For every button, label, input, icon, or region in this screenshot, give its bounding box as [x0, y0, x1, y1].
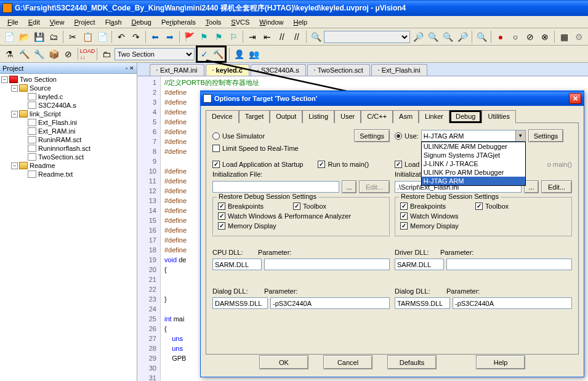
use-target-radio[interactable]: [395, 132, 402, 140]
cpu-param-input[interactable]: [264, 259, 390, 270]
breakpoint-icon[interactable]: ●: [494, 30, 507, 44]
stop-build-icon[interactable]: ⊘: [62, 47, 75, 61]
find-files-icon[interactable]: 🔍: [441, 30, 454, 44]
panel-buttons[interactable]: ▫ ✕: [126, 65, 134, 71]
bookmark-icon[interactable]: 🚩: [182, 30, 196, 44]
redo-icon[interactable]: ↷: [129, 30, 143, 44]
expander-icon[interactable]: −: [11, 111, 18, 118]
menu-project[interactable]: Project: [69, 17, 100, 27]
find-prev-icon[interactable]: 🔍: [426, 30, 440, 44]
dialog-dll-input[interactable]: [212, 297, 268, 309]
menu-help[interactable]: Help: [288, 17, 312, 27]
new-file-icon[interactable]: 📄: [2, 30, 16, 44]
use-simulator-radio[interactable]: [212, 132, 220, 140]
undo-icon[interactable]: ↶: [115, 30, 128, 44]
tree-target[interactable]: Two Section: [20, 76, 57, 83]
dialog-titlebar[interactable]: Options for Target 'Two Section' ✕: [201, 91, 584, 106]
tgt-toolbox-check[interactable]: [475, 203, 483, 210]
expander-icon[interactable]: −: [11, 162, 18, 169]
debugger-dropdown-list[interactable]: ULINK2/ME ARM Debugger Signum Systems JT…: [421, 142, 526, 186]
window-icon[interactable]: ▦: [557, 30, 571, 44]
driver-dll-input[interactable]: [395, 259, 444, 270]
comment-icon[interactable]: //: [275, 30, 289, 44]
menu-file[interactable]: File: [2, 17, 23, 27]
sim-watch-check[interactable]: [218, 212, 225, 220]
debug-icon[interactable]: 🔍: [475, 30, 488, 44]
tab-listing[interactable]: Listing: [302, 110, 334, 123]
tgt-bp-check[interactable]: [400, 203, 408, 210]
sim-init-file-input[interactable]: [212, 181, 339, 193]
tree-file[interactable]: RuninRAM.sct: [38, 136, 81, 143]
bp-kill-icon[interactable]: ⊗: [538, 30, 552, 44]
target-settings-button[interactable]: Settings: [528, 129, 564, 142]
tgt-load-app-check[interactable]: [395, 161, 402, 168]
indent-icon[interactable]: ⇥: [246, 30, 259, 44]
dd-item-selected[interactable]: H-JTAG ARM: [422, 177, 525, 185]
sim-bp-check[interactable]: [218, 203, 225, 210]
dd-item[interactable]: Signum Systems JTAGjet: [422, 151, 525, 159]
dd-item[interactable]: J-LINK / J-TRACE: [422, 159, 525, 168]
sim-settings-button[interactable]: Settings: [354, 129, 390, 142]
load-app-check[interactable]: [212, 161, 220, 168]
translate-icon[interactable]: ⚗: [2, 47, 16, 61]
sim-browse-button[interactable]: ...: [342, 180, 356, 193]
menu-debug[interactable]: Debug: [127, 17, 156, 27]
sim-mem-check[interactable]: [218, 222, 225, 230]
tab-debug[interactable]: Debug: [449, 110, 481, 123]
cut-icon[interactable]: ✂: [66, 30, 79, 44]
limit-speed-check[interactable]: [212, 145, 220, 152]
cancel-button[interactable]: Cancel: [323, 355, 373, 369]
tgt-mem-check[interactable]: [400, 222, 408, 230]
menu-window[interactable]: Window: [254, 17, 288, 27]
copy-icon[interactable]: 📋: [81, 30, 94, 44]
tgt-dialog-dll-input[interactable]: [395, 297, 450, 309]
tree-file[interactable]: Ext_RAM.ini: [38, 127, 76, 135]
paste-icon[interactable]: 📄: [95, 30, 109, 44]
menu-flash[interactable]: Flash: [100, 17, 127, 27]
save-icon[interactable]: 💾: [32, 30, 46, 44]
nav-fwd-icon[interactable]: ➡: [163, 30, 177, 44]
open-file-icon[interactable]: 📂: [17, 30, 31, 44]
menu-view[interactable]: View: [45, 17, 70, 27]
dropdown-arrow-icon[interactable]: ▼: [515, 130, 525, 141]
download-icon[interactable]: LOAD↓↓: [81, 47, 94, 61]
tree-group-source[interactable]: Source: [30, 84, 51, 92]
tree-file[interactable]: keyled.c: [38, 93, 63, 100]
dd-item[interactable]: ULINK2/ME ARM Debugger: [422, 142, 525, 151]
find-next-icon[interactable]: 🔎: [411, 30, 425, 44]
tree-file[interactable]: Runinnorflash.sct: [38, 145, 91, 152]
bookmark-prev-icon[interactable]: ⚑: [197, 30, 211, 44]
bookmark-clear-icon[interactable]: ⚐: [227, 30, 240, 44]
tab-utilities[interactable]: Utilities: [481, 110, 515, 123]
tab-asm[interactable]: Asm: [393, 110, 419, 123]
expander-icon[interactable]: −: [11, 85, 18, 92]
tgt-browse-button[interactable]: ...: [524, 180, 539, 193]
tab-device[interactable]: Device: [206, 110, 239, 123]
rebuild-icon[interactable]: 🔧: [32, 47, 46, 61]
tree-group-readme[interactable]: Readme: [30, 162, 55, 169]
tree-file[interactable]: S3C2440A.s: [38, 102, 76, 109]
target-combo[interactable]: Two Section: [115, 48, 195, 60]
tgt-edit-button[interactable]: Edit...: [541, 180, 572, 193]
bookmark-next-icon[interactable]: ⚑: [212, 30, 225, 44]
config-icon[interactable]: ⚙: [572, 30, 586, 44]
uncomment-icon[interactable]: //: [290, 30, 304, 44]
tree-group-link[interactable]: link_Script: [30, 110, 61, 118]
debugger-dropdown[interactable]: H-JTAG ARM ▼ ULINK2/ME ARM Debugger Sign…: [421, 130, 526, 142]
tab-linker[interactable]: Linker: [419, 110, 449, 123]
expander-icon[interactable]: −: [1, 76, 8, 83]
tab-user[interactable]: User: [334, 110, 361, 123]
close-button[interactable]: ✕: [569, 93, 581, 104]
tree-file[interactable]: Readme.txt: [38, 170, 73, 178]
tgt-dialog-param-input[interactable]: [453, 297, 572, 309]
menu-peripherals[interactable]: Peripherals: [156, 17, 201, 27]
tree-file[interactable]: TwoSection.sct: [38, 153, 84, 161]
tgt-watch-check[interactable]: [400, 212, 408, 220]
tab-cpp[interactable]: C/C++: [361, 110, 393, 123]
project-tree[interactable]: −Two Section −Source keyled.c S3C2440A.s…: [0, 74, 137, 180]
dialog-param-input[interactable]: [270, 297, 390, 309]
incremental-find-icon[interactable]: 🔎: [456, 30, 469, 44]
save-all-icon[interactable]: 🗂: [47, 30, 60, 44]
sim-toolbox-check[interactable]: [293, 203, 300, 210]
find-icon[interactable]: 🔍: [309, 30, 323, 44]
